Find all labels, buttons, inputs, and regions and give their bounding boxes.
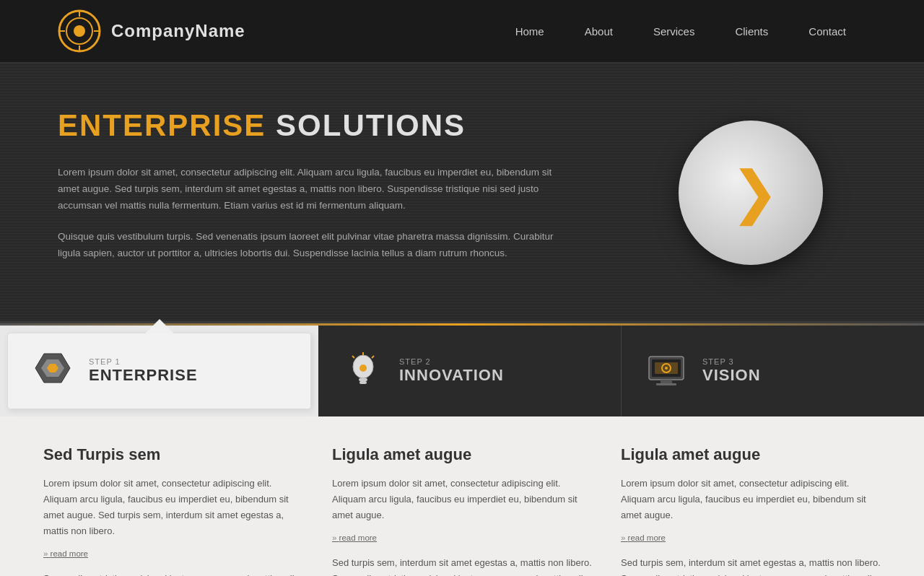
- svg-rect-12: [359, 381, 367, 384]
- innovation-icon: [340, 348, 386, 394]
- svg-point-23: [665, 367, 668, 370]
- step-card-2: STEP 2 INNOVATION: [318, 326, 622, 416]
- col2-title: Ligula amet augue: [332, 445, 592, 464]
- nav-services[interactable]: Services: [633, 0, 715, 63]
- nav-clients[interactable]: Clients: [715, 0, 788, 63]
- svg-line-15: [372, 356, 374, 358]
- main-nav: Home About Services Clients Contact: [495, 0, 866, 63]
- vision-icon: [643, 348, 689, 394]
- svg-point-16: [359, 365, 367, 372]
- col1-para2: Suspendisse tristique nisi sed justo acc…: [43, 571, 303, 576]
- svg-line-14: [352, 356, 354, 358]
- hero-content: ENTERPRISE SOLUTIONS Lorem ipsum dolor s…: [58, 108, 563, 276]
- logo-text: CompanyName: [111, 21, 245, 41]
- col3-read-more-1[interactable]: read more: [621, 533, 666, 542]
- step-label-2: INNOVATION: [399, 366, 504, 385]
- col3-title: Ligula amet augue: [621, 445, 881, 464]
- step-num-2: STEP 2: [399, 357, 504, 366]
- col2-para1: Lorem ipsum dolor sit amet, consectetur …: [332, 476, 592, 523]
- hero-para1: Lorem ipsum dolor sit amet, consectetur …: [58, 165, 563, 214]
- nav-contact[interactable]: Contact: [788, 0, 866, 63]
- logo-icon: [58, 9, 101, 53]
- header: CompanyName Home About Services Clients …: [0, 0, 924, 64]
- step-text-3: STEP 3 VISION: [702, 357, 761, 385]
- step-text-2: STEP 2 INNOVATION: [399, 357, 504, 385]
- logo: CompanyName: [58, 9, 245, 53]
- col2-para2: Sed turpis sem, interdum sit amet egesta…: [332, 555, 592, 576]
- step-card-1: STEP 1 ENTERPRISE: [7, 333, 311, 409]
- step-num-1: STEP 1: [89, 357, 198, 366]
- svg-rect-11: [359, 378, 367, 381]
- svg-point-2: [74, 25, 85, 37]
- col3-para1: Lorem ipsum dolor sit amet, consectetur …: [621, 476, 881, 523]
- triangle-indicator: [145, 319, 174, 333]
- hero-title-highlight: ENTERPRISE: [58, 108, 266, 142]
- col3-para2: Sed turpis sem, interdum sit amet egesta…: [621, 555, 881, 576]
- step-label-1: ENTERPRISE: [89, 366, 198, 385]
- svg-rect-20: [656, 383, 676, 385]
- hero-section: ENTERPRISE SOLUTIONS Lorem ipsum dolor s…: [0, 64, 924, 323]
- content-col-3: Ligula amet augue Lorem ipsum dolor sit …: [621, 445, 881, 576]
- col1-read-more-1[interactable]: read more: [43, 549, 88, 558]
- hero-arrow-button[interactable]: ❯: [679, 121, 823, 265]
- content-col-1: Sed Turpis sem Lorem ipsum dolor sit ame…: [43, 445, 303, 576]
- arrow-right-icon: ❯: [731, 164, 779, 222]
- step-card-3: STEP 3 VISION: [622, 326, 924, 416]
- nav-about[interactable]: About: [565, 0, 633, 63]
- content-col-2: Ligula amet augue Lorem ipsum dolor sit …: [332, 445, 592, 576]
- col2-read-more-1[interactable]: read more: [332, 533, 377, 542]
- step-num-3: STEP 3: [702, 357, 761, 366]
- step-text-1: STEP 1 ENTERPRISE: [89, 357, 198, 385]
- col1-title: Sed Turpis sem: [43, 445, 303, 464]
- svg-rect-19: [661, 380, 672, 383]
- content-section: Sed Turpis sem Lorem ipsum dolor sit ame…: [0, 416, 924, 576]
- hero-title-rest: SOLUTIONS: [266, 108, 466, 142]
- hero-para2: Quisque quis vestibulum turpis. Sed vene…: [58, 229, 563, 262]
- step-label-3: VISION: [702, 366, 761, 385]
- enterprise-icon: [30, 348, 76, 394]
- hero-title: ENTERPRISE SOLUTIONS: [58, 108, 563, 143]
- col1-para1: Lorem ipsum dolor sit amet, consectetur …: [43, 476, 303, 539]
- nav-home[interactable]: Home: [495, 0, 565, 63]
- steps-section: STEP 1 ENTERPRISE STEP 2 INNOVATION: [0, 326, 924, 416]
